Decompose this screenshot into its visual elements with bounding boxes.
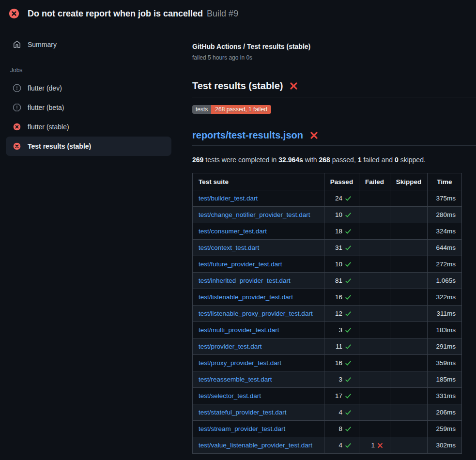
x-mark-icon	[377, 443, 383, 448]
suite-time: 206ms	[428, 404, 462, 421]
suite-time: 280ms	[428, 207, 462, 223]
summary-segment: 1	[358, 156, 362, 164]
test-suite-link[interactable]: test/multi_provider_test.dart	[199, 326, 279, 334]
test-suite-link[interactable]: test/inherited_provider_test.dart	[199, 277, 291, 284]
table-header-row: Test suitePassedFailedSkippedTime	[193, 173, 462, 190]
sidebar-summary-label: Summary	[28, 41, 57, 48]
summary-segment: tests were completed in	[203, 156, 278, 164]
suite-time: 644ms	[428, 240, 462, 256]
check-icon	[345, 343, 352, 350]
test-suite-link[interactable]: test/listenable_provider_test.dart	[199, 293, 293, 301]
check-icon	[345, 360, 352, 367]
table-row: test/stream_provider_test.dart 8 259ms	[193, 421, 462, 437]
summary-segment: with	[303, 156, 319, 164]
table-row: test/listenable_provider_test.dart 16 32…	[193, 289, 462, 306]
summary-segment: failed and	[362, 156, 395, 164]
test-suite-link[interactable]: test/change_notifier_provider_test.dart	[199, 211, 310, 218]
table-row: test/provider_test.dart 11 291ms	[193, 338, 462, 355]
test-suite-link[interactable]: test/proxy_provider_test.dart	[199, 359, 281, 367]
report-file-link[interactable]: reports/test-results.json	[192, 130, 303, 141]
check-icon	[345, 228, 352, 235]
check-icon	[345, 277, 352, 284]
test-suite-link[interactable]: test/context_test.dart	[199, 244, 259, 251]
check-icon	[345, 409, 352, 416]
sidebar-job-item[interactable]: flutter (dev)	[6, 78, 171, 98]
check-icon	[345, 393, 352, 399]
divider	[192, 69, 476, 69]
passed-count: 18	[335, 228, 342, 235]
passed-count: 4	[338, 409, 342, 416]
column-header: Skipped	[390, 173, 428, 190]
suite-time: 302ms	[428, 437, 462, 454]
suite-time: 259ms	[428, 421, 462, 437]
check-icon	[345, 212, 352, 218]
passed-count: 16	[335, 293, 342, 301]
summary-segment: 0	[395, 156, 399, 164]
suite-time: 324ms	[428, 223, 462, 240]
summary-segment: 269	[192, 156, 203, 164]
suite-time: 375ms	[428, 190, 462, 207]
check-icon	[345, 294, 352, 301]
passed-count: 12	[335, 310, 342, 317]
test-suite-link[interactable]: test/stateful_provider_test.dart	[199, 409, 287, 416]
stop-icon	[13, 104, 21, 111]
sidebar-item-summary[interactable]: Summary	[6, 35, 171, 54]
test-suite-link[interactable]: test/future_provider_test.dart	[199, 261, 282, 268]
table-row: test/consumer_test.dart 18 324ms	[193, 223, 462, 240]
test-suite-link[interactable]: test/builder_test.dart	[199, 195, 258, 202]
suite-time: 331ms	[428, 388, 462, 404]
passed-count: 17	[335, 392, 342, 399]
passed-count: 3	[338, 376, 342, 383]
summary-segment: passed,	[330, 156, 358, 164]
passed-count: 10	[335, 261, 342, 268]
sidebar: Summary Jobs flutter (dev) flutter (beta…	[0, 27, 184, 156]
home-icon	[13, 41, 21, 48]
summary-line: 269 tests were completed in 32.964s with…	[192, 156, 476, 164]
table-row: test/change_notifier_provider_test.dart …	[193, 207, 462, 223]
test-suite-link[interactable]: test/stream_provider_test.dart	[199, 425, 285, 432]
sidebar-job-item[interactable]: flutter (beta)	[6, 98, 171, 117]
tests-status-badge: tests 268 passed, 1 failed	[192, 105, 271, 114]
passed-count: 11	[336, 343, 342, 350]
table-row: test/listenable_proxy_provider_test.dart…	[193, 306, 462, 322]
table-row: test/selector_test.dart 17 331ms	[193, 388, 462, 404]
test-suite-link[interactable]: test/provider_test.dart	[199, 343, 262, 350]
column-header: Passed	[324, 173, 359, 190]
summary-segment: 268	[319, 156, 330, 164]
table-row: test/context_test.dart 31 644ms	[193, 240, 462, 256]
passed-count: 16	[335, 359, 342, 367]
column-header: Test suite	[193, 173, 324, 190]
table-row: test/multi_provider_test.dart 3 183ms	[193, 322, 462, 338]
main-content: GitHub Actions / Test results (stable) f…	[184, 27, 476, 454]
check-icon	[345, 426, 352, 432]
sidebar-job-label: flutter (dev)	[28, 84, 62, 92]
report-heading-row: reports/test-results.json	[192, 130, 476, 146]
sidebar-job-label: flutter (stable)	[28, 123, 69, 131]
red-x-mark-icon	[309, 131, 319, 140]
test-suite-link[interactable]: test/reassemble_test.dart	[199, 376, 272, 383]
section-title: Test results (stable)	[192, 80, 283, 92]
x-circle-icon	[13, 123, 21, 131]
section-heading-row: Test results (stable)	[192, 80, 476, 97]
passed-count: 10	[335, 211, 342, 218]
check-icon	[345, 327, 352, 334]
sidebar-job-item[interactable]: Test results (stable)	[6, 137, 171, 156]
jobs-list: flutter (dev) flutter (beta) flutter (st…	[6, 78, 171, 156]
passed-count: 24	[335, 195, 342, 202]
page-header: Do not create report when job is cancell…	[0, 0, 476, 27]
test-results-table: Test suitePassedFailedSkippedTime test/b…	[192, 173, 462, 454]
passed-count: 31	[335, 244, 342, 251]
sidebar-job-item[interactable]: flutter (stable)	[6, 117, 171, 137]
suite-time: 272ms	[428, 256, 462, 273]
run-status-text: failed 5 hours ago in 0s	[192, 54, 476, 61]
suite-time: 311ms	[428, 306, 462, 322]
test-suite-link[interactable]: test/selector_test.dart	[199, 392, 261, 399]
badge-value: 268 passed, 1 failed	[211, 105, 271, 114]
test-suite-link[interactable]: test/value_listenable_provider_test.dart	[199, 442, 312, 449]
table-row: test/inherited_provider_test.dart 81 1.0…	[193, 273, 462, 289]
check-icon	[345, 261, 352, 268]
summary-segment: 32.964s	[278, 156, 303, 164]
test-suite-link[interactable]: test/consumer_test.dart	[199, 228, 267, 235]
column-header: Failed	[359, 173, 390, 190]
test-suite-link[interactable]: test/listenable_proxy_provider_test.dart	[199, 310, 313, 317]
